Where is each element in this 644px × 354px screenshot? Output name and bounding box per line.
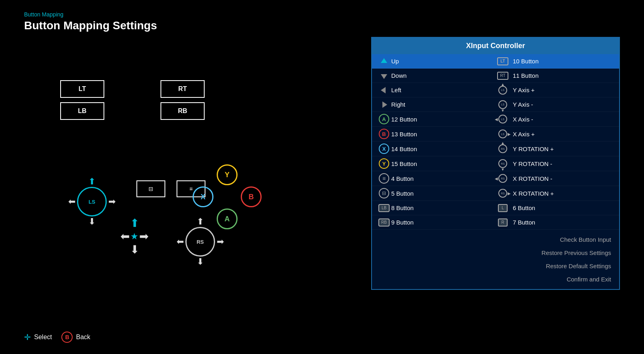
row-right-icon-lt: LT <box>493 57 513 65</box>
controller-diagram: LT RT LB RB ⬆ ⬅ LS ➡ ⬇ ⬆ ⬅ ★ ➡ ⬇ ⊟ <box>32 64 285 289</box>
row-left-label-down: Down <box>391 72 493 79</box>
row-left-icon-b: B <box>377 129 391 139</box>
rb-button: RB <box>160 102 205 120</box>
dpad-area: ⬆ ⬅ ★ ➡ ⬇ <box>120 216 148 256</box>
row-right-icon-ls-up: LS ▲ <box>493 86 513 95</box>
panel-title: XInput Controller <box>372 38 619 54</box>
svg-marker-2 <box>381 87 386 93</box>
menu-options: Check Button Input Restore Previous Sett… <box>372 230 619 289</box>
restore-previous-settings[interactable]: Restore Previous Settings <box>372 246 619 259</box>
check-button-input[interactable]: Check Button Input <box>372 233 619 246</box>
row-right-label-share: X ROTATION + <box>513 190 614 197</box>
row-right-icon-ls-down: LS ▼ <box>493 100 513 109</box>
row-right-label-down: 11 Button <box>513 72 614 79</box>
row-left-label-rb: 9 Button <box>391 219 493 226</box>
row-right-icon-rs-down: RS ▼ <box>493 159 513 168</box>
row-left-label-right: Right <box>391 101 493 108</box>
confirm-and-exit[interactable]: Confirm and Exit <box>372 273 619 286</box>
select-hint: ✛ Select <box>24 332 52 342</box>
ls-stick-area: ⬆ ⬅ LS ➡ ⬇ <box>68 176 116 227</box>
row-left-label-eq: 4 Button <box>391 175 493 182</box>
row-left-icon-up <box>377 57 391 65</box>
row-left-icon-rb: RB <box>377 218 391 227</box>
row-left-label-share: 5 Button <box>391 190 493 197</box>
page-title: Button Mapping Settings <box>24 19 157 32</box>
b-button-diagram: B <box>241 186 262 207</box>
row-left-icon-lb: LB <box>377 204 391 212</box>
rs-stick: RS <box>185 227 215 257</box>
a-button-diagram: A <box>217 208 238 229</box>
row-left-label-b: 13 Button <box>391 131 493 138</box>
table-row[interactable]: ⊟ 5 Button RS ▶ X ROTATION + <box>372 186 619 201</box>
rs-stick-area: ⬆ ⬅ RS ➡ ⬇ <box>177 216 224 267</box>
y-button-diagram: Y <box>217 164 238 185</box>
row-right-label-rb: 7 Button <box>513 219 614 226</box>
select-label: Select <box>34 334 52 341</box>
header: Button Mapping Button Mapping Settings <box>24 11 157 32</box>
row-right-icon-ls-right: LS ▶ <box>493 129 513 138</box>
row-left-label-y: 15 Button <box>391 160 493 167</box>
row-left-icon-a: A <box>377 114 391 124</box>
row-left-label-lb: 8 Button <box>391 204 493 211</box>
lb-button: LB <box>60 102 104 120</box>
row-right-label-up: 10 Button <box>513 58 614 65</box>
back-hint: B Back <box>61 332 90 343</box>
table-row[interactable]: Down RT 11 Button <box>372 69 619 83</box>
table-row[interactable]: RB 9 Button R 7 Button <box>372 215 619 230</box>
table-row[interactable]: Up LT 10 Button <box>372 54 619 69</box>
table-row[interactable]: X 14 Button RS ▲ Y ROTATION + <box>372 142 619 156</box>
breadcrumb: Button Mapping <box>24 11 157 18</box>
row-left-icon-x: X <box>377 144 391 154</box>
row-right-label-a: X Axis - <box>513 116 614 123</box>
row-right-label-eq: X ROTATION - <box>513 175 614 182</box>
row-right-icon-rt: RT <box>493 72 513 80</box>
row-right-label-x: Y ROTATION + <box>513 146 614 152</box>
row-left-icon-share: ⊟ <box>377 188 391 198</box>
row-left-label-a: 12 Button <box>391 116 493 123</box>
table-row[interactable]: ≡ 4 Button RS ◀ X ROTATION - <box>372 171 619 186</box>
table-row[interactable]: Y 15 Button RS ▼ Y ROTATION - <box>372 156 619 171</box>
row-right-label-left: Y Axis + <box>513 87 614 93</box>
row-left-icon-y: Y <box>377 158 391 169</box>
row-right-label-lb: 6 Button <box>513 204 614 211</box>
row-left-icon-eq: ≡ <box>377 173 391 184</box>
row-left-icon-down <box>377 72 391 80</box>
row-right-icon-ls-left: LS ◀ <box>493 115 513 123</box>
svg-marker-1 <box>381 74 387 79</box>
select-btn-diagram: ⊟ <box>136 180 165 197</box>
back-label: Back <box>76 334 90 341</box>
row-left-label-up: Up <box>391 58 493 65</box>
rt-button: RT <box>160 80 205 98</box>
row-left-label-left: Left <box>391 87 493 93</box>
dpad-icon: ✛ <box>24 332 31 342</box>
table-row[interactable]: A 12 Button LS ◀ X Axis - <box>372 112 619 127</box>
table-row[interactable]: LB 8 Button L 6 Button <box>372 201 619 215</box>
row-right-icon-rs-right: RS ▶ <box>493 189 513 198</box>
row-right-label-b: X Axis + <box>513 131 614 138</box>
row-left-icon-left <box>377 86 391 94</box>
row-right-icon-rs-left: RS ◀ <box>493 174 513 183</box>
mapping-panel: XInput Controller Up LT 10 Button Down R… <box>371 37 620 290</box>
lt-button: LT <box>60 80 104 98</box>
row-right-icon-trig-l: L <box>493 204 513 212</box>
row-right-label-y: Y ROTATION - <box>513 160 614 167</box>
restore-default-settings[interactable]: Restore Default Settings <box>372 259 619 273</box>
bottom-bar: ✛ Select B Back <box>24 332 90 343</box>
row-right-icon-trig-r: R <box>493 218 513 227</box>
svg-marker-3 <box>382 101 387 108</box>
table-row[interactable]: Right LS ▼ Y Axis - <box>372 97 619 112</box>
row-left-icon-right <box>377 101 391 109</box>
row-right-label-right: Y Axis - <box>513 101 614 108</box>
row-right-icon-rs-up: RS ▲ <box>493 144 513 153</box>
x-button-diagram: X <box>193 186 213 207</box>
row-left-label-x: 14 Button <box>391 146 493 152</box>
table-row[interactable]: Left LS ▲ Y Axis + <box>372 83 619 97</box>
table-row[interactable]: B 13 Button LS ▶ X Axis + <box>372 127 619 142</box>
back-b-icon: B <box>61 332 73 343</box>
ls-stick: LS <box>77 187 107 216</box>
svg-marker-0 <box>381 58 387 63</box>
